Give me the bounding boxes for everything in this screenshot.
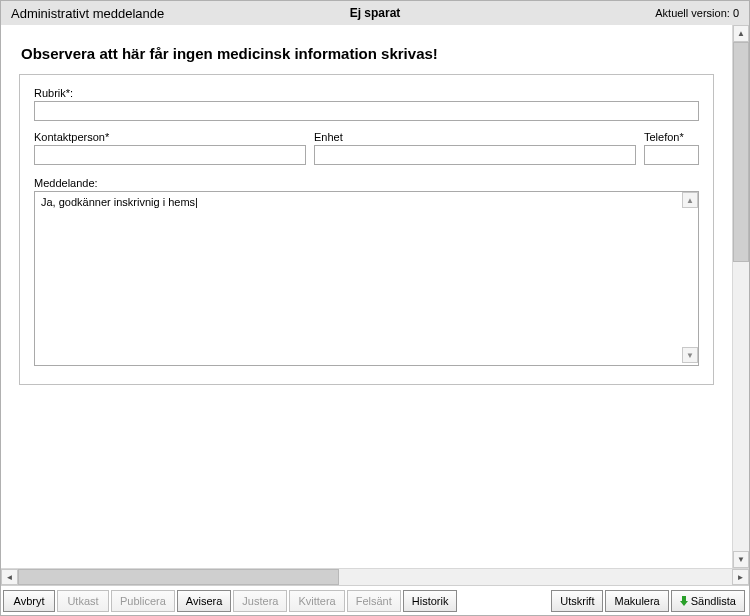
enhet-label: Enhet — [314, 131, 636, 143]
publicera-button: Publicera — [111, 590, 175, 612]
save-status: Ej sparat — [350, 6, 401, 20]
content-scroll: Observera att här får ingen medicinsk in… — [1, 25, 732, 568]
horizontal-scrollbar[interactable]: ◄ ► — [1, 568, 749, 585]
utkast-button: Utkast — [57, 590, 109, 612]
scroll-left-button[interactable]: ◄ — [1, 569, 18, 585]
vertical-scrollbar[interactable]: ▲ ▼ — [732, 25, 749, 568]
kontaktperson-label: Kontaktperson* — [34, 131, 306, 143]
arrow-down-icon — [680, 596, 688, 606]
avisera-button[interactable]: Avisera — [177, 590, 231, 612]
horizontal-scroll-track[interactable] — [18, 569, 732, 585]
telefon-input[interactable] — [644, 145, 699, 165]
textarea-scroll-up-icon[interactable]: ▲ — [682, 192, 698, 208]
vertical-scroll-track[interactable] — [733, 42, 749, 551]
vertical-scroll-thumb[interactable] — [733, 42, 749, 262]
button-bar: Avbryt Utkast Publicera Avisera Justera … — [1, 585, 749, 615]
justera-button: Justera — [233, 590, 287, 612]
horizontal-scroll-thumb[interactable] — [18, 569, 339, 585]
textarea-scroll-down-icon[interactable]: ▼ — [682, 347, 698, 363]
kvittera-button: Kvittera — [289, 590, 344, 612]
rubrik-input[interactable] — [34, 101, 699, 121]
telefon-label: Telefon* — [644, 131, 699, 143]
version-label: Aktuell version: 0 — [655, 7, 739, 19]
enhet-input[interactable] — [314, 145, 636, 165]
sandlista-label: Sändlista — [691, 595, 736, 607]
felsant-button: Felsänt — [347, 590, 401, 612]
warning-heading: Observera att här får ingen medicinsk in… — [21, 45, 714, 62]
app-window: Administrativt meddelande Ej sparat Aktu… — [0, 0, 750, 616]
meddelande-textarea[interactable] — [34, 191, 699, 366]
header-bar: Administrativt meddelande Ej sparat Aktu… — [1, 1, 749, 25]
scroll-up-button[interactable]: ▲ — [733, 25, 749, 42]
content-area: Observera att här får ingen medicinsk in… — [1, 25, 749, 568]
makulera-button[interactable]: Makulera — [605, 590, 668, 612]
meddelande-label: Meddelande: — [34, 177, 699, 189]
historik-button[interactable]: Historik — [403, 590, 458, 612]
rubrik-label: Rubrik*: — [34, 87, 699, 99]
utskrift-button[interactable]: Utskrift — [551, 590, 603, 612]
kontaktperson-input[interactable] — [34, 145, 306, 165]
sandlista-button[interactable]: Sändlista — [671, 590, 745, 612]
avbryt-button[interactable]: Avbryt — [3, 590, 55, 612]
window-title: Administrativt meddelande — [11, 6, 164, 21]
form-box: Rubrik*: Kontaktperson* Enhet Telefon* — [19, 74, 714, 385]
scroll-down-button[interactable]: ▼ — [733, 551, 749, 568]
scroll-right-button[interactable]: ► — [732, 569, 749, 585]
